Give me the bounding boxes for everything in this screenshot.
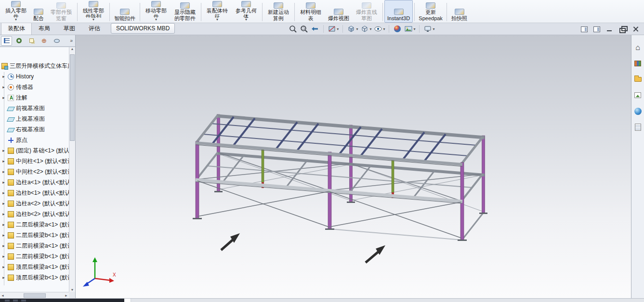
scroll-left-icon[interactable]: ◄ bbox=[1, 294, 4, 297]
expand-arrow-icon[interactable]: ▸ bbox=[1, 85, 6, 89]
expand-arrow-icon[interactable]: ▸ bbox=[1, 222, 6, 227]
tab-assembly[interactable]: 装配体 bbox=[1, 23, 32, 35]
hide-show-items-button[interactable]: ▾ bbox=[373, 24, 385, 34]
apply-scene-button[interactable]: ▾ bbox=[404, 24, 416, 34]
previous-view-button[interactable] bbox=[310, 24, 320, 34]
tree-vertical-scrollbar[interactable]: ▲ ▼ bbox=[69, 47, 75, 292]
custom-properties-tab[interactable] bbox=[633, 122, 643, 132]
dimxpert-tab[interactable]: ⊕ bbox=[39, 36, 50, 46]
edit-appearance-button[interactable] bbox=[393, 24, 402, 34]
zoom-to-fit-button[interactable] bbox=[288, 24, 298, 34]
expand-arrow-icon[interactable]: ▸ bbox=[1, 180, 6, 185]
tree-item-top-plane[interactable]: 上视基准面 bbox=[0, 113, 69, 124]
tree-item-part[interactable]: ▸边柱b<2> (默认<默认 bbox=[0, 209, 69, 219]
reference-geometry-button[interactable]: 参考几何体▾ bbox=[232, 0, 261, 23]
linear-component-pattern-button[interactable]: 线性零部件阵列▾ bbox=[79, 0, 108, 23]
tree-item-part[interactable]: ▸二层后横梁b<1> (默认 bbox=[0, 230, 69, 240]
expand-arrow-icon[interactable]: ▸ bbox=[1, 190, 6, 195]
new-motion-study-button[interactable]: 新建运动算例 bbox=[264, 0, 293, 23]
expand-arrow-icon[interactable]: ▸ bbox=[1, 254, 6, 259]
explode-line-sketch-button[interactable]: 爆炸直线草图 bbox=[352, 0, 381, 23]
tree-item-part[interactable]: ▸(固定) 基础<1> (默认<<默认 bbox=[0, 145, 69, 156]
collapse-right-pane-icon[interactable] bbox=[593, 26, 600, 32]
appearances-scenes-tab[interactable] bbox=[633, 106, 643, 116]
tab-layout[interactable]: 布局 bbox=[32, 23, 57, 35]
tree-item-part[interactable]: ▸二层前横梁b<1> (默认 bbox=[0, 251, 69, 262]
smart-fasteners-button[interactable]: 智能扣件 bbox=[111, 0, 138, 23]
expand-arrow-icon[interactable]: ▸ bbox=[1, 159, 6, 164]
minimize-button[interactable] bbox=[606, 26, 613, 32]
zoom-to-area-button[interactable] bbox=[299, 24, 309, 34]
tree-item-annotations[interactable]: ▸注解 bbox=[0, 92, 69, 103]
tree-item-part[interactable]: ▸中间柱<2> (默认<默认 bbox=[0, 166, 69, 177]
orientation-triad[interactable]: X bbox=[83, 257, 116, 287]
mate-button[interactable]: 配合 bbox=[30, 0, 47, 23]
tree-item-front-plane[interactable]: 前视基准面 bbox=[0, 103, 69, 113]
component-preview-window-button[interactable]: 零部件预览窗 bbox=[47, 0, 76, 23]
expand-arrow-icon[interactable]: ▸ bbox=[1, 212, 6, 216]
sketch-arrows[interactable] bbox=[221, 233, 385, 263]
display-manager-tab[interactable] bbox=[51, 36, 62, 46]
home-tab[interactable]: ⌂ bbox=[633, 43, 643, 52]
file-explorer-tab[interactable] bbox=[633, 75, 643, 84]
display-style-button[interactable]: ▾ bbox=[360, 24, 372, 34]
3d-model-canvas[interactable]: X bbox=[76, 35, 631, 298]
feature-tree-tab[interactable] bbox=[1, 36, 12, 46]
tree-item-part[interactable]: ▸顶层后横梁b<1> (默认 bbox=[0, 272, 69, 283]
instant3d-button[interactable]: Instant3D bbox=[384, 0, 413, 23]
collapse-left-pane-icon[interactable] bbox=[581, 26, 588, 32]
scroll-down-icon[interactable]: ▼ bbox=[69, 288, 75, 291]
tree-item-part[interactable]: ▸边柱a<1> (默认<默认 bbox=[0, 177, 69, 188]
view-settings-button[interactable]: ▾ bbox=[423, 24, 435, 34]
chevrons-right-icon[interactable]: » bbox=[68, 38, 74, 43]
tree-item-sensors[interactable]: ▸传感器 bbox=[0, 82, 69, 92]
expand-arrow-icon[interactable]: ▸ bbox=[1, 201, 6, 206]
update-speedpak-button[interactable]: 更新Speedpak bbox=[416, 0, 445, 23]
expand-arrow-icon[interactable]: ▸ bbox=[1, 95, 6, 100]
assembly-features-button[interactable]: 装配体特征▾ bbox=[203, 0, 232, 23]
design-library-tab[interactable] bbox=[633, 59, 643, 68]
view-orientation-button[interactable]: ▾ bbox=[346, 24, 358, 34]
expand-arrow-icon[interactable]: ▸ bbox=[1, 148, 6, 153]
tab-sketch[interactable]: 草图 bbox=[57, 23, 82, 35]
arrow-shaft[interactable] bbox=[366, 252, 379, 263]
tree-item-right-plane[interactable]: 右视基准面 bbox=[0, 124, 69, 135]
configuration-manager-tab[interactable] bbox=[26, 36, 37, 46]
tree-horizontal-scrollbar[interactable]: ◄ ► bbox=[0, 292, 69, 298]
view-palette-tab[interactable] bbox=[633, 90, 643, 100]
steel-frame-model[interactable] bbox=[193, 114, 487, 241]
close-button[interactable] bbox=[632, 26, 639, 32]
property-manager-tab[interactable] bbox=[13, 36, 25, 46]
move-component-button[interactable]: 移动零部件▾ bbox=[142, 0, 171, 23]
tree-item-part[interactable]: ▸边柱b<1> (默认<默认 bbox=[0, 188, 69, 198]
expand-arrow-icon[interactable]: ▸ bbox=[1, 169, 6, 174]
tab-solidworks-mbd[interactable]: SOLIDWORKS MBD bbox=[111, 23, 175, 34]
take-snapshot-button[interactable]: 拍快照 bbox=[448, 0, 470, 23]
tree-item-root-assembly[interactable]: 三层升降横移式立体车库 bbox=[0, 61, 69, 71]
tree-item-part[interactable]: ▸二层后横梁a<1> (默认 bbox=[0, 219, 69, 230]
show-hidden-components-button[interactable]: 显示隐藏的零部件 bbox=[171, 0, 199, 23]
tree-item-part[interactable]: ▸二层前横梁a<1> (默认 bbox=[0, 240, 69, 251]
arrow-shaft[interactable] bbox=[221, 239, 233, 250]
expand-arrow-icon[interactable]: ▸ bbox=[1, 243, 6, 248]
tab-evaluate[interactable]: 评估 bbox=[82, 23, 107, 35]
scroll-right-icon[interactable]: ► bbox=[65, 294, 68, 297]
insert-components-button[interactable]: 插入零部件▾ bbox=[1, 0, 30, 23]
tree-item-part[interactable]: ▸中间柱<1> (默认<默认 bbox=[0, 156, 69, 166]
section-view-button[interactable]: ▾ bbox=[327, 24, 339, 34]
scrollbar-thumb[interactable] bbox=[24, 293, 46, 298]
tree-item-origin[interactable]: 原点 bbox=[0, 135, 69, 145]
expand-arrow-icon[interactable]: ▸ bbox=[1, 264, 6, 269]
scroll-up-icon[interactable]: ▲ bbox=[71, 47, 74, 50]
tree-item-history[interactable]: ▸History bbox=[0, 71, 69, 82]
scrollbar-thumb[interactable] bbox=[70, 54, 75, 141]
expand-arrow-icon[interactable]: ▸ bbox=[1, 233, 6, 238]
exploded-view-button[interactable]: 爆炸视图 bbox=[325, 0, 352, 23]
tree-item-part[interactable]: ▸边柱a<2> (默认<默认 bbox=[0, 198, 69, 209]
graphics-viewport[interactable]: X bbox=[76, 35, 631, 298]
tree-item-part[interactable]: ▸顶层后横梁a<1> (默认 bbox=[0, 262, 69, 272]
expand-arrow-icon[interactable]: ▸ bbox=[1, 74, 6, 79]
expand-arrow-icon[interactable]: ▸ bbox=[1, 275, 6, 280]
bill-of-materials-button[interactable]: 材料明细表 bbox=[296, 0, 325, 23]
restore-button[interactable] bbox=[619, 26, 626, 32]
